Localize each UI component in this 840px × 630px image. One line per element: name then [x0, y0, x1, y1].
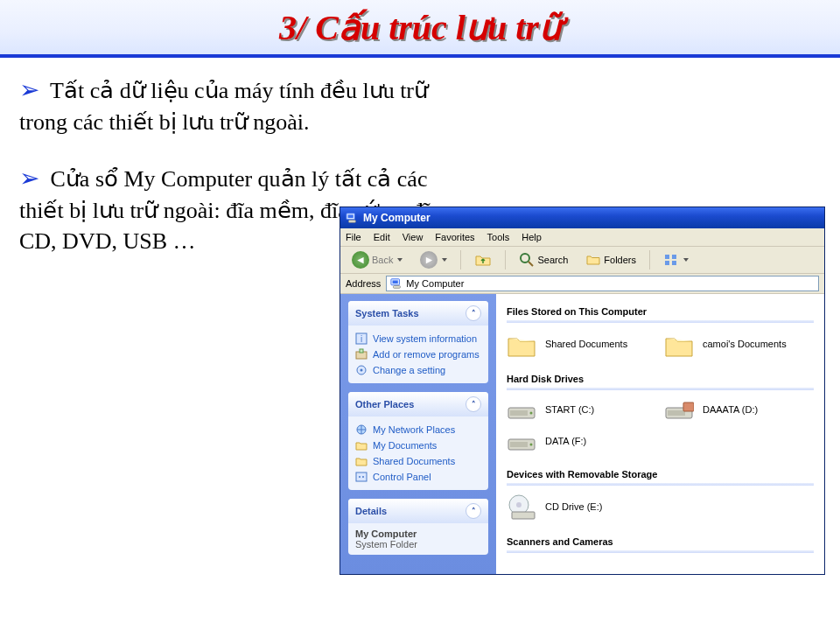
item-drive-c[interactable]: START (C:) [507, 399, 647, 422]
svg-rect-11 [394, 286, 401, 289]
item-user-documents[interactable]: camoi's Documents [664, 332, 804, 358]
back-button[interactable]: ◄ Back [346, 248, 409, 271]
forward-arrow-icon: ► [420, 251, 438, 269]
item-cd-drive[interactable]: CD Drive (E:) [507, 494, 647, 521]
section-divider [507, 388, 814, 390]
link-label: Add or remove programs [373, 349, 480, 360]
link-label: Shared Documents [373, 456, 455, 466]
other-places-title: Other Places [355, 399, 414, 410]
details-title: Details [355, 506, 387, 516]
menu-edit[interactable]: Edit [374, 232, 390, 242]
section-scanners-header: Scanners and Cameras [507, 536, 814, 547]
folder-icon [664, 332, 694, 358]
link-view-system-info[interactable]: i View system information [355, 331, 481, 346]
menu-file[interactable]: File [346, 232, 361, 242]
folder-icon [507, 332, 536, 358]
toolbar-separator [649, 250, 650, 270]
other-places-panel: Other Places ˄ My Network Places My Docu… [348, 392, 488, 490]
details-name: My Computer [355, 528, 416, 539]
item-label: CD Drive (E:) [545, 501, 602, 513]
svg-point-21 [362, 476, 364, 478]
views-icon [663, 252, 679, 268]
system-tasks-title: System Tasks [355, 308, 419, 318]
svg-text:i: i [360, 334, 362, 344]
link-control-panel[interactable]: Control Panel [355, 469, 481, 485]
link-label: Control Panel [373, 472, 431, 482]
toolbar-separator [505, 250, 506, 270]
link-network-places[interactable]: My Network Places [355, 422, 481, 438]
chevron-down-icon [683, 258, 689, 262]
back-arrow-icon: ◄ [352, 251, 369, 269]
main-content: Files Stored on This Computer Shared Doc… [496, 294, 824, 574]
menu-favorites[interactable]: Favorites [435, 232, 474, 242]
folder-icon [355, 455, 368, 467]
item-drive-d[interactable]: DAAATA (D:) [664, 399, 804, 422]
menu-tools[interactable]: Tools [487, 232, 510, 242]
paragraph-1-text: Tất cả dữ liệu của máy tính đều lưu trữ … [19, 78, 428, 135]
item-label: camoi's Documents [703, 339, 787, 350]
folder-up-icon [474, 251, 492, 269]
svg-point-3 [521, 254, 529, 262]
forward-button[interactable]: ► [414, 248, 453, 271]
my-computer-window: My Computer File Edit View Favorites Too… [340, 206, 825, 575]
section-removable-header: Devices with Removable Storage [507, 469, 814, 480]
toolbar-separator [460, 250, 461, 270]
window-title: My Computer [363, 212, 430, 224]
svg-rect-19 [356, 472, 367, 481]
slide-title-bar: 3/ Cấu trúc lưu trữ [0, 0, 840, 58]
details-header[interactable]: Details ˄ [348, 499, 488, 523]
bullet-icon: ➢ [19, 76, 39, 103]
svg-rect-6 [672, 255, 676, 259]
system-tasks-header[interactable]: System Tasks ˄ [348, 301, 488, 326]
search-label: Search [537, 255, 568, 265]
svg-rect-23 [510, 410, 528, 416]
search-button[interactable]: Search [513, 249, 574, 270]
section-hdd-header: Hard Disk Drives [507, 374, 814, 384]
menu-bar: File Edit View Favorites Tools Help [340, 228, 824, 247]
item-label: Shared Documents [545, 339, 627, 350]
link-my-documents[interactable]: My Documents [355, 438, 481, 453]
section-divider [507, 550, 814, 553]
address-field[interactable]: My Computer [386, 276, 819, 291]
folders-button[interactable]: Folders [579, 249, 642, 270]
svg-rect-15 [360, 349, 363, 353]
svg-rect-26 [668, 410, 685, 416]
paragraph-1: ➢ Tất cả dữ liệu của máy tính đều lưu tr… [19, 74, 474, 137]
svg-rect-33 [512, 512, 535, 519]
link-change-setting[interactable]: Change a setting [355, 362, 481, 378]
svg-rect-10 [393, 281, 398, 284]
item-drive-f[interactable]: DATA (F:) [507, 430, 647, 453]
svg-rect-29 [510, 442, 528, 447]
programs-icon [355, 348, 368, 360]
svg-point-32 [516, 502, 522, 508]
svg-point-20 [359, 476, 360, 478]
link-add-remove-programs[interactable]: Add or remove programs [355, 346, 481, 362]
address-value: My Computer [406, 278, 464, 289]
svg-rect-7 [665, 261, 669, 265]
svg-line-4 [528, 262, 533, 266]
menu-help[interactable]: Help [522, 232, 542, 242]
settings-icon [355, 364, 368, 376]
item-shared-documents[interactable]: Shared Documents [507, 332, 647, 358]
menu-view[interactable]: View [402, 232, 424, 242]
window-titlebar[interactable]: My Computer [340, 207, 824, 228]
svg-rect-2 [349, 220, 356, 223]
views-button[interactable] [657, 249, 695, 270]
tasks-sidebar: System Tasks ˄ i View system information… [340, 294, 496, 574]
collapse-icon: ˄ [466, 503, 481, 519]
details-type: System Folder [355, 539, 417, 550]
hard-drive-icon [507, 430, 536, 453]
svg-rect-8 [672, 261, 676, 265]
my-computer-icon [346, 212, 358, 224]
chevron-down-icon [397, 258, 402, 262]
up-button[interactable] [468, 248, 498, 271]
link-shared-documents[interactable]: Shared Documents [355, 453, 481, 469]
section-divider [507, 320, 814, 323]
collapse-icon: ˄ [466, 396, 481, 412]
svg-point-24 [530, 412, 533, 415]
svg-point-17 [360, 369, 363, 372]
address-bar: Address My Computer [340, 274, 824, 294]
item-label: START (C:) [545, 404, 594, 416]
my-computer-icon [390, 277, 402, 290]
other-places-header[interactable]: Other Places ˄ [348, 392, 488, 416]
